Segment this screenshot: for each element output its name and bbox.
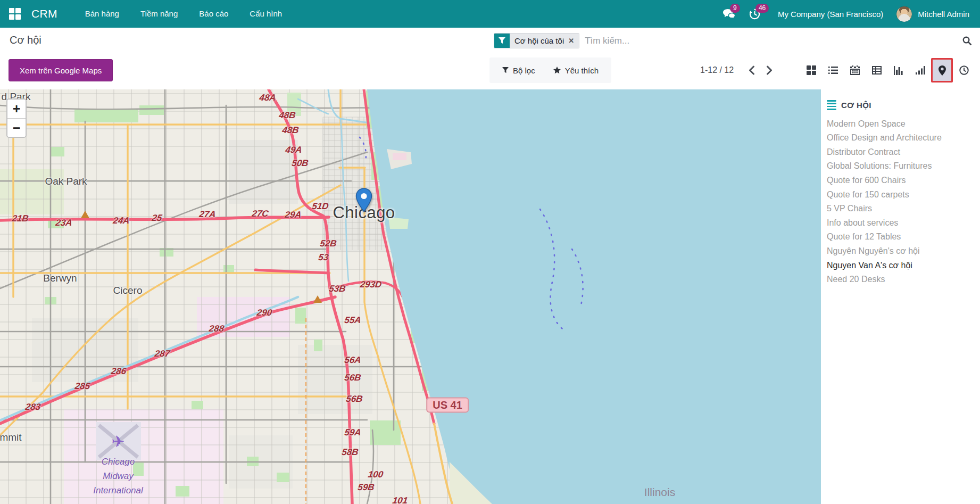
opportunity-list: Modern Open Space Office Design and Arch… — [827, 117, 973, 287]
opportunity-list-item[interactable]: Nguyên Nguyên's cơ hội — [827, 244, 973, 259]
kanban-view-icon — [807, 65, 816, 75]
star-icon — [553, 67, 561, 74]
opportunity-list-item[interactable]: Info about services — [827, 216, 973, 230]
map-zoom-control: + − — [6, 98, 27, 138]
view-switch-kanban[interactable] — [800, 58, 822, 82]
opportunity-list-item[interactable]: Quote for 600 Chairs — [827, 173, 973, 188]
view-switch-pivot[interactable] — [866, 58, 887, 82]
opportunity-list-item[interactable]: Quote for 150 carpets — [827, 188, 973, 202]
search-input[interactable] — [579, 36, 960, 46]
pager: 1-12 / 12 — [700, 57, 777, 83]
view-switch-calendar[interactable] — [844, 58, 866, 82]
highway-shield-us41: US 41 — [426, 398, 469, 413]
activities-badge: 46 — [755, 4, 769, 13]
map-pin-view-icon — [939, 65, 946, 76]
search-facet-label: Cơ hội của tôi — [514, 36, 564, 45]
search-icon[interactable] — [960, 34, 974, 48]
opportunity-list-item[interactable]: 5 VP Chairs — [827, 202, 973, 216]
search-options: Bộ lọc Yêu thích — [489, 57, 611, 83]
activities-button[interactable]: 46 — [745, 0, 765, 28]
opportunity-sidebar: CƠ HỘI Modern Open Space Office Design a… — [821, 89, 980, 504]
top-menu-item[interactable]: Báo cáo — [190, 0, 237, 28]
search-bar[interactable]: Cơ hội của tôi ✕ — [494, 32, 974, 49]
calendar-view-icon — [850, 65, 860, 75]
apps-menu-icon[interactable] — [9, 8, 21, 20]
page-title: Cơ hội — [10, 34, 41, 46]
map-view[interactable]: + − ✈ 48A48B48B49A50B51D52B5353B293D55A5… — [0, 89, 821, 504]
filter-facet-icon — [494, 34, 510, 48]
company-switcher[interactable]: My Company (San Francisco) — [770, 10, 891, 19]
map-marker-pin[interactable] — [355, 188, 372, 214]
facet-remove-icon[interactable]: ✕ — [568, 37, 574, 45]
favorites-button[interactable]: Yêu thích — [553, 66, 599, 75]
search-facet: Cơ hội của tôi ✕ — [494, 33, 579, 48]
messages-badge: 9 — [730, 4, 740, 13]
user-menu[interactable]: Mitchell Admin — [918, 10, 971, 19]
open-google-maps-button[interactable]: Xem trên Google Maps — [9, 59, 113, 81]
view-switch-activity[interactable] — [953, 58, 975, 82]
list-view-icon — [828, 66, 838, 75]
view-switch-list[interactable] — [822, 58, 844, 82]
top-menu: Bán hàng Tiềm năng Báo cáo Cấu hình — [77, 0, 290, 28]
control-panel: Cơ hội Cơ hội của tôi ✕ Xem trên Googl — [0, 28, 980, 89]
messages-button[interactable]: 9 — [719, 0, 740, 28]
zoom-in-button[interactable]: + — [7, 100, 26, 118]
opportunity-list-item[interactable]: Quote for 12 Tables — [827, 230, 973, 244]
top-menu-item[interactable]: Cấu hình — [241, 0, 290, 28]
pager-value: 1-12 / 12 — [700, 65, 734, 75]
cohort-view-icon — [916, 66, 925, 75]
zoom-out-button[interactable]: − — [7, 118, 26, 137]
view-switch-map[interactable] — [931, 58, 953, 82]
user-avatar[interactable] — [896, 6, 912, 22]
pager-previous-button[interactable] — [743, 61, 759, 79]
activity-view-icon — [959, 65, 969, 75]
funnel-icon — [502, 67, 509, 73]
view-switcher — [800, 57, 975, 83]
opportunity-list-item[interactable]: Modern Open Space — [827, 117, 973, 131]
opportunity-list-item[interactable]: Nguyen Van A's cơ hội — [827, 259, 973, 273]
airport-icon: ✈ — [111, 432, 124, 451]
app-name[interactable]: CRM — [31, 7, 57, 20]
opportunity-list-item[interactable]: Global Solutions: Furnitures — [827, 159, 973, 173]
view-switch-cohort[interactable] — [909, 58, 931, 82]
graph-view-icon — [894, 66, 903, 75]
opportunity-list-item[interactable]: Office Design and Architecture — [827, 131, 973, 145]
view-switch-graph[interactable] — [887, 58, 909, 82]
top-menu-item[interactable]: Bán hàng — [77, 0, 128, 28]
list-icon — [827, 100, 836, 110]
top-navbar: CRM Bán hàng Tiềm năng Báo cáo Cấu hình … — [0, 0, 980, 28]
pivot-view-icon — [872, 66, 882, 75]
filters-button[interactable]: Bộ lọc — [502, 66, 535, 75]
opportunity-list-item[interactable]: Need 20 Desks — [827, 272, 973, 287]
pager-next-button[interactable] — [761, 61, 777, 79]
opportunity-list-item[interactable]: Distributor Contract — [827, 145, 973, 160]
sidebar-title: CƠ HỘI — [841, 101, 871, 110]
top-menu-item[interactable]: Tiềm năng — [132, 0, 186, 28]
